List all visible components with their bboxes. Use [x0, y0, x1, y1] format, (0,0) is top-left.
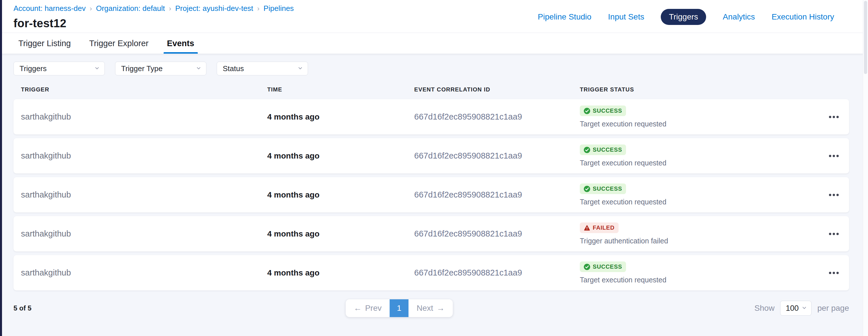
ellipsis-dot [829, 116, 831, 118]
ellipsis-dot [836, 233, 839, 235]
event-correlation-id: 667d16f2ec895908821c1aa9 [414, 268, 580, 277]
nav-item-execution-history[interactable]: Execution History [772, 12, 834, 22]
filters-row: TriggersTrigger TypeStatus [13, 62, 849, 75]
event-time: 4 months ago [267, 112, 414, 122]
scrollbar-thumb[interactable] [864, 1, 867, 74]
breadcrumb-link-project[interactable]: Project: ayushi-dev-test [175, 4, 253, 13]
ellipsis-dot [833, 233, 835, 235]
breadcrumb: Account: harness-dev›Organization: defau… [13, 4, 294, 13]
event-correlation-id: 667d16f2ec895908821c1aa9 [414, 112, 580, 122]
row-menu-button[interactable] [827, 112, 840, 122]
page-number-button[interactable]: 1 [390, 299, 409, 317]
status-badge-label: SUCCESS [593, 107, 622, 114]
results-count: 5 of 5 [13, 304, 32, 312]
column-header-time: TIME [267, 86, 414, 93]
event-row: sarthakgithub4 months ago667d16f2ec89590… [13, 177, 849, 212]
nav-item-pipeline-studio[interactable]: Pipeline Studio [538, 12, 592, 22]
nav-item-triggers[interactable]: Triggers [661, 9, 706, 25]
check-circle-icon [584, 147, 590, 153]
ellipsis-dot [829, 155, 831, 157]
event-row: sarthakgithub4 months ago667d16f2ec89590… [13, 216, 849, 251]
per-page-label: per page [817, 304, 849, 313]
trigger-name: sarthakgithub [21, 112, 267, 122]
nav-item-input-sets[interactable]: Input Sets [608, 12, 644, 22]
row-menu-button[interactable] [827, 268, 840, 278]
status-badge-success: SUCCESS [580, 105, 626, 116]
next-label: Next [417, 304, 433, 313]
ellipsis-dot [829, 194, 831, 196]
chevron-right-icon: › [169, 5, 171, 12]
page-title: for-test12 [13, 17, 294, 30]
scrollbar-track[interactable] [863, 0, 868, 336]
chevron-right-icon: › [257, 5, 259, 12]
panel-inner: TriggersTrigger TypeStatus TRIGGERTIMEEV… [2, 62, 863, 317]
trigger-status-cell: SUCCESSTarget execution requested [580, 183, 813, 206]
trigger-status-cell: SUCCESSTarget execution requested [580, 262, 813, 284]
left-edge-nav-strip [0, 0, 2, 336]
event-time: 4 months ago [267, 268, 414, 277]
event-correlation-id: 667d16f2ec895908821c1aa9 [414, 190, 580, 200]
status-message: Target execution requested [580, 198, 666, 206]
show-label: Show [754, 304, 774, 313]
prev-label: Prev [365, 304, 382, 313]
filter-label: Status [223, 64, 244, 73]
column-header-event-correlation-id: EVENT CORRELATION ID [414, 86, 580, 93]
check-circle-icon [584, 186, 590, 192]
page-header: Account: harness-dev›Organization: defau… [2, 0, 863, 33]
breadcrumb-link-account[interactable]: Account: harness-dev [13, 4, 86, 13]
chevron-down-icon [196, 64, 202, 73]
event-row: sarthakgithub4 months ago667d16f2ec89590… [13, 99, 849, 134]
status-badge-label: SUCCESS [593, 264, 622, 270]
row-menu-button[interactable] [827, 151, 840, 161]
filter-label: Triggers [20, 64, 46, 73]
status-badge-label: FAILED [593, 225, 615, 231]
ellipsis-dot [833, 116, 835, 118]
event-time: 4 months ago [267, 229, 414, 238]
pipeline-top-nav: Pipeline StudioInput SetsTriggersAnalyti… [538, 9, 834, 25]
status-badge-label: SUCCESS [593, 186, 622, 192]
status-badge-success: SUCCESS [580, 183, 626, 194]
event-correlation-id: 667d16f2ec895908821c1aa9 [414, 229, 580, 238]
prev-page-button[interactable]: ← Prev [346, 299, 390, 317]
tab-trigger-listing[interactable]: Trigger Listing [15, 33, 74, 54]
header-left: Account: harness-dev›Organization: defau… [13, 4, 294, 30]
event-time: 4 months ago [267, 152, 414, 161]
chevron-down-icon [801, 304, 807, 313]
ellipsis-dot [829, 272, 831, 274]
status-message: Target execution requested [580, 276, 666, 284]
trigger-name: sarthakgithub [21, 268, 267, 277]
events-table-body: sarthakgithub4 months ago667d16f2ec89590… [13, 99, 849, 291]
page-size-select[interactable]: 100 [780, 301, 811, 316]
chevron-down-icon [94, 64, 100, 73]
breadcrumb-link-pipelines[interactable]: Pipelines [264, 4, 294, 13]
pagination-bar: 5 of 5 ← Prev 1 Next → Show 100 [13, 299, 849, 317]
status-badge-label: SUCCESS [593, 146, 622, 153]
ellipsis-dot [833, 155, 835, 157]
check-circle-icon [584, 264, 590, 270]
pager: ← Prev 1 Next → [346, 299, 453, 317]
row-menu-button[interactable] [827, 229, 840, 239]
filter-select-status[interactable]: Status [217, 62, 308, 75]
chevron-down-icon [298, 64, 303, 73]
nav-item-analytics[interactable]: Analytics [723, 12, 755, 22]
ellipsis-dot [833, 272, 835, 274]
table-header-row: TRIGGERTIMEEVENT CORRELATION IDTRIGGER S… [13, 86, 849, 93]
column-header-trigger: TRIGGER [21, 86, 267, 93]
breadcrumb-link-organization[interactable]: Organization: default [96, 4, 165, 13]
next-page-button[interactable]: Next → [409, 299, 453, 317]
row-menu-button[interactable] [827, 190, 840, 200]
status-badge-success: SUCCESS [580, 144, 626, 155]
column-header-trigger-status: TRIGGER STATUS [580, 86, 813, 93]
filter-select-triggers[interactable]: Triggers [13, 62, 105, 75]
left-arrow-icon: ← [353, 304, 362, 313]
status-badge-success: SUCCESS [580, 262, 626, 272]
pipeline-triggers-page: Account: harness-dev›Organization: defau… [2, 0, 863, 336]
tab-trigger-explorer[interactable]: Trigger Explorer [86, 33, 152, 54]
filter-select-trigger-type[interactable]: Trigger Type [115, 62, 206, 75]
warning-triangle-icon [584, 225, 590, 231]
status-badge-failed: FAILED [580, 223, 619, 233]
tab-events[interactable]: Events [164, 33, 198, 54]
trigger-name: sarthakgithub [21, 151, 267, 161]
status-message: Target execution requested [580, 120, 666, 128]
ellipsis-dot [836, 116, 839, 118]
